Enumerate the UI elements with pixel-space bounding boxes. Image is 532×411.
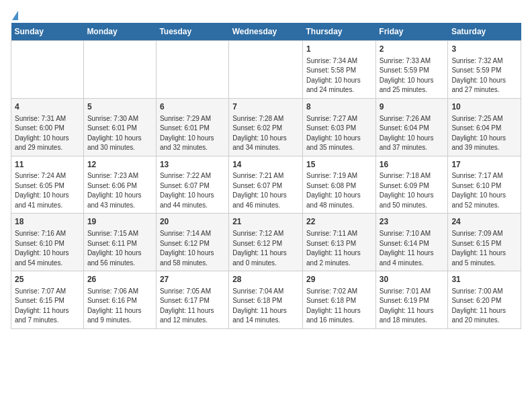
calendar-cell: 24Sunrise: 7:09 AM Sunset: 6:15 PM Dayli… bbox=[448, 214, 521, 271]
day-info: Sunrise: 7:01 AM Sunset: 6:19 PM Dayligh… bbox=[380, 287, 445, 326]
calendar-week-row: 1Sunrise: 7:34 AM Sunset: 5:58 PM Daylig… bbox=[11, 41, 521, 99]
day-info: Sunrise: 7:10 AM Sunset: 6:14 PM Dayligh… bbox=[380, 229, 445, 268]
day-info: Sunrise: 7:12 AM Sunset: 6:12 PM Dayligh… bbox=[232, 229, 299, 268]
calendar-cell: 29Sunrise: 7:02 AM Sunset: 6:18 PM Dayli… bbox=[303, 271, 376, 329]
calendar-cell: 22Sunrise: 7:11 AM Sunset: 6:13 PM Dayli… bbox=[303, 214, 376, 271]
calendar-week-row: 18Sunrise: 7:16 AM Sunset: 6:10 PM Dayli… bbox=[11, 214, 521, 271]
day-number: 15 bbox=[306, 159, 372, 171]
calendar-cell: 15Sunrise: 7:19 AM Sunset: 6:08 PM Dayli… bbox=[303, 156, 376, 214]
calendar-cell: 3Sunrise: 7:32 AM Sunset: 5:59 PM Daylig… bbox=[448, 41, 521, 99]
calendar-cell bbox=[229, 41, 303, 99]
calendar-cell: 1Sunrise: 7:34 AM Sunset: 5:58 PM Daylig… bbox=[303, 41, 376, 99]
calendar-cell: 7Sunrise: 7:28 AM Sunset: 6:02 PM Daylig… bbox=[229, 98, 303, 156]
day-info: Sunrise: 7:05 AM Sunset: 6:17 PM Dayligh… bbox=[160, 287, 225, 326]
day-info: Sunrise: 7:04 AM Sunset: 6:18 PM Dayligh… bbox=[232, 287, 299, 326]
day-info: Sunrise: 7:15 AM Sunset: 6:11 PM Dayligh… bbox=[87, 229, 152, 268]
day-number: 21 bbox=[232, 216, 299, 228]
calendar-cell: 19Sunrise: 7:15 AM Sunset: 6:11 PM Dayli… bbox=[83, 214, 156, 271]
calendar-cell: 4Sunrise: 7:31 AM Sunset: 6:00 PM Daylig… bbox=[11, 98, 84, 156]
calendar-cell: 28Sunrise: 7:04 AM Sunset: 6:18 PM Dayli… bbox=[229, 271, 303, 329]
day-number: 17 bbox=[451, 159, 517, 171]
calendar-header-saturday: Saturday bbox=[448, 23, 521, 41]
day-info: Sunrise: 7:09 AM Sunset: 6:15 PM Dayligh… bbox=[451, 229, 517, 268]
day-number: 1 bbox=[306, 44, 372, 55]
calendar-cell: 31Sunrise: 7:00 AM Sunset: 6:20 PM Dayli… bbox=[448, 271, 521, 329]
day-number: 19 bbox=[87, 216, 152, 228]
day-number: 30 bbox=[380, 274, 445, 285]
day-number: 14 bbox=[232, 159, 299, 171]
day-info: Sunrise: 7:24 AM Sunset: 6:05 PM Dayligh… bbox=[15, 171, 80, 210]
calendar-cell: 30Sunrise: 7:01 AM Sunset: 6:19 PM Dayli… bbox=[375, 271, 448, 329]
calendar-cell: 6Sunrise: 7:29 AM Sunset: 6:01 PM Daylig… bbox=[156, 98, 228, 156]
calendar-header-monday: Monday bbox=[83, 23, 156, 41]
day-info: Sunrise: 7:33 AM Sunset: 5:59 PM Dayligh… bbox=[380, 56, 445, 95]
day-number: 5 bbox=[87, 101, 152, 113]
calendar-cell: 11Sunrise: 7:24 AM Sunset: 6:05 PM Dayli… bbox=[11, 156, 84, 214]
day-number: 24 bbox=[451, 216, 517, 228]
calendar-cell: 21Sunrise: 7:12 AM Sunset: 6:12 PM Dayli… bbox=[229, 214, 303, 271]
calendar-cell: 8Sunrise: 7:27 AM Sunset: 6:03 PM Daylig… bbox=[303, 98, 376, 156]
day-info: Sunrise: 7:07 AM Sunset: 6:15 PM Dayligh… bbox=[15, 287, 80, 326]
calendar-cell: 17Sunrise: 7:17 AM Sunset: 6:10 PM Dayli… bbox=[448, 156, 521, 214]
day-info: Sunrise: 7:16 AM Sunset: 6:10 PM Dayligh… bbox=[15, 229, 80, 268]
day-number: 7 bbox=[232, 101, 299, 113]
page-header bbox=[11, 11, 521, 17]
calendar-cell: 27Sunrise: 7:05 AM Sunset: 6:17 PM Dayli… bbox=[156, 271, 228, 329]
day-number: 28 bbox=[232, 274, 299, 285]
day-number: 18 bbox=[15, 216, 80, 228]
calendar-cell: 16Sunrise: 7:18 AM Sunset: 6:09 PM Dayli… bbox=[375, 156, 448, 214]
day-info: Sunrise: 7:25 AM Sunset: 6:04 PM Dayligh… bbox=[451, 114, 517, 153]
calendar-cell: 26Sunrise: 7:06 AM Sunset: 6:16 PM Dayli… bbox=[83, 271, 156, 329]
logo bbox=[11, 11, 19, 17]
calendar-week-row: 25Sunrise: 7:07 AM Sunset: 6:15 PM Dayli… bbox=[11, 271, 521, 329]
day-info: Sunrise: 7:18 AM Sunset: 6:09 PM Dayligh… bbox=[380, 171, 445, 210]
day-number: 3 bbox=[451, 44, 517, 55]
day-number: 29 bbox=[306, 274, 372, 285]
calendar-cell: 18Sunrise: 7:16 AM Sunset: 6:10 PM Dayli… bbox=[11, 214, 84, 271]
day-number: 16 bbox=[380, 159, 445, 171]
calendar-cell: 2Sunrise: 7:33 AM Sunset: 5:59 PM Daylig… bbox=[375, 41, 448, 99]
day-number: 13 bbox=[160, 159, 225, 171]
day-info: Sunrise: 7:30 AM Sunset: 6:01 PM Dayligh… bbox=[87, 114, 152, 153]
calendar-header-friday: Friday bbox=[375, 23, 448, 41]
day-info: Sunrise: 7:27 AM Sunset: 6:03 PM Dayligh… bbox=[306, 114, 372, 153]
day-number: 2 bbox=[380, 44, 445, 55]
calendar-cell: 13Sunrise: 7:22 AM Sunset: 6:07 PM Dayli… bbox=[156, 156, 228, 214]
calendar-cell: 25Sunrise: 7:07 AM Sunset: 6:15 PM Dayli… bbox=[11, 271, 84, 329]
day-number: 4 bbox=[15, 101, 80, 113]
day-number: 12 bbox=[87, 159, 152, 171]
day-number: 20 bbox=[160, 216, 225, 228]
day-info: Sunrise: 7:29 AM Sunset: 6:01 PM Dayligh… bbox=[160, 114, 225, 153]
day-info: Sunrise: 7:14 AM Sunset: 6:12 PM Dayligh… bbox=[160, 229, 225, 268]
calendar-header-wednesday: Wednesday bbox=[229, 23, 303, 41]
day-info: Sunrise: 7:31 AM Sunset: 6:00 PM Dayligh… bbox=[15, 114, 80, 153]
day-number: 31 bbox=[451, 274, 517, 285]
calendar-cell: 12Sunrise: 7:23 AM Sunset: 6:06 PM Dayli… bbox=[83, 156, 156, 214]
calendar-cell: 10Sunrise: 7:25 AM Sunset: 6:04 PM Dayli… bbox=[448, 98, 521, 156]
calendar-cell: 23Sunrise: 7:10 AM Sunset: 6:14 PM Dayli… bbox=[375, 214, 448, 271]
day-number: 26 bbox=[87, 274, 152, 285]
day-number: 23 bbox=[380, 216, 445, 228]
day-info: Sunrise: 7:28 AM Sunset: 6:02 PM Dayligh… bbox=[232, 114, 299, 153]
day-number: 22 bbox=[306, 216, 372, 228]
calendar-table: SundayMondayTuesdayWednesdayThursdayFrid… bbox=[11, 23, 521, 329]
calendar-header-thursday: Thursday bbox=[303, 23, 376, 41]
calendar-cell: 5Sunrise: 7:30 AM Sunset: 6:01 PM Daylig… bbox=[83, 98, 156, 156]
calendar-cell: 14Sunrise: 7:21 AM Sunset: 6:07 PM Dayli… bbox=[229, 156, 303, 214]
day-info: Sunrise: 7:32 AM Sunset: 5:59 PM Dayligh… bbox=[451, 56, 517, 95]
day-info: Sunrise: 7:22 AM Sunset: 6:07 PM Dayligh… bbox=[160, 171, 225, 210]
day-number: 6 bbox=[160, 101, 225, 113]
day-number: 25 bbox=[15, 274, 80, 285]
calendar-cell bbox=[83, 41, 156, 99]
calendar-week-row: 11Sunrise: 7:24 AM Sunset: 6:05 PM Dayli… bbox=[11, 156, 521, 214]
day-info: Sunrise: 7:19 AM Sunset: 6:08 PM Dayligh… bbox=[306, 171, 372, 210]
calendar-header-row: SundayMondayTuesdayWednesdayThursdayFrid… bbox=[11, 23, 521, 41]
day-info: Sunrise: 7:11 AM Sunset: 6:13 PM Dayligh… bbox=[306, 229, 372, 268]
calendar-cell bbox=[156, 41, 228, 99]
day-number: 9 bbox=[380, 101, 445, 113]
day-info: Sunrise: 7:21 AM Sunset: 6:07 PM Dayligh… bbox=[232, 171, 299, 210]
calendar-cell bbox=[11, 41, 84, 99]
calendar-header-sunday: Sunday bbox=[11, 23, 84, 41]
day-info: Sunrise: 7:06 AM Sunset: 6:16 PM Dayligh… bbox=[87, 287, 152, 326]
day-number: 8 bbox=[306, 101, 372, 113]
